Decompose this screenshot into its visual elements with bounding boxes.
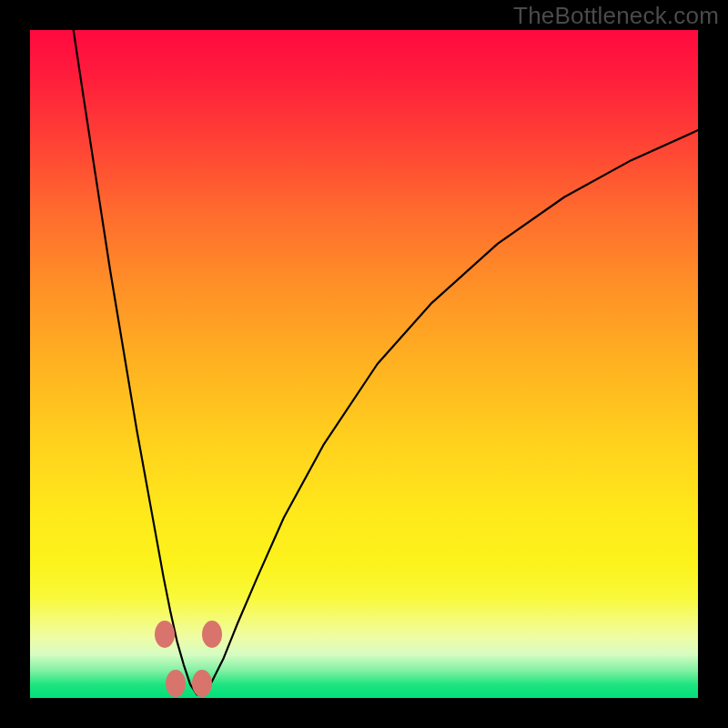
- chart-frame: TheBottleneck.com: [0, 0, 728, 728]
- curve-marker: [155, 621, 175, 648]
- curve-marker: [202, 621, 222, 648]
- curve-marker: [166, 670, 186, 697]
- plot-area: [30, 30, 698, 698]
- curve-marker: [192, 670, 212, 697]
- watermark-text: TheBottleneck.com: [513, 2, 719, 30]
- bottleneck-curve: [30, 30, 698, 698]
